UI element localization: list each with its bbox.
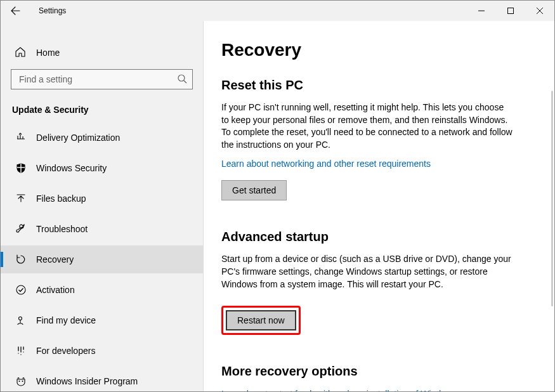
svg-point-3 bbox=[19, 317, 22, 320]
scrollbar[interactable] bbox=[551, 91, 553, 306]
home-label: Home bbox=[36, 48, 60, 58]
sidebar-item-label: For developers bbox=[36, 346, 95, 356]
minimize-icon bbox=[478, 8, 485, 14]
more-title: More recovery options bbox=[221, 364, 537, 379]
sidebar-item-find-my-device[interactable]: Find my device bbox=[1, 306, 203, 334]
home-button[interactable]: Home bbox=[1, 40, 203, 65]
search-input[interactable] bbox=[18, 74, 177, 85]
shield-icon bbox=[15, 162, 27, 174]
svg-point-4 bbox=[19, 381, 20, 382]
restart-now-button[interactable]: Restart now bbox=[226, 310, 296, 330]
app-body: Home Update & Security Delivery Optimiza… bbox=[1, 21, 554, 391]
reset-learn-link[interactable]: Learn about networking and other reset r… bbox=[221, 159, 431, 169]
sidebar-item-label: Windows Security bbox=[36, 163, 107, 173]
sidebar-item-files-backup[interactable]: Files backup bbox=[1, 185, 203, 212]
svg-point-5 bbox=[22, 381, 23, 382]
search-box[interactable] bbox=[11, 69, 193, 89]
highlight-annotation: Restart now bbox=[221, 306, 301, 335]
page-title: Recovery bbox=[221, 40, 537, 60]
reset-description: If your PC isn't running well, resetting… bbox=[221, 101, 513, 151]
svg-rect-0 bbox=[508, 8, 514, 14]
window-title: Settings bbox=[39, 6, 66, 15]
sidebar-item-label: Files backup bbox=[36, 193, 86, 204]
get-started-button[interactable]: Get started bbox=[221, 180, 287, 200]
search-icon bbox=[177, 74, 187, 86]
sidebar-item-label: Windows Insider Program bbox=[36, 376, 138, 386]
advanced-title: Advanced startup bbox=[221, 230, 537, 244]
sidebar-item-delivery-optimization[interactable]: Delivery Optimization bbox=[1, 124, 203, 152]
recovery-icon bbox=[15, 254, 27, 265]
svg-point-2 bbox=[16, 285, 25, 294]
backup-icon bbox=[15, 193, 27, 204]
sidebar-item-windows-security[interactable]: Windows Security bbox=[1, 154, 203, 182]
sidebar-item-label: Find my device bbox=[36, 315, 96, 325]
developers-icon bbox=[15, 345, 27, 356]
maximize-icon bbox=[507, 8, 514, 14]
minimize-button[interactable] bbox=[467, 1, 496, 21]
insider-icon bbox=[15, 376, 27, 387]
sidebar-item-activation[interactable]: Activation bbox=[1, 276, 203, 304]
find-device-icon bbox=[15, 315, 27, 326]
more-learn-link[interactable]: Learn how to start fresh with a clean in… bbox=[221, 389, 457, 391]
arrow-left-icon bbox=[10, 6, 20, 16]
close-button[interactable] bbox=[525, 1, 554, 21]
check-circle-icon bbox=[15, 284, 27, 296]
delivery-icon bbox=[15, 132, 27, 143]
sidebar-item-label: Troubleshoot bbox=[36, 224, 88, 234]
content-area: Recovery Reset this PC If your PC isn't … bbox=[204, 21, 554, 391]
close-icon bbox=[537, 8, 543, 14]
titlebar: Settings bbox=[1, 1, 554, 21]
back-button[interactable] bbox=[1, 1, 30, 21]
home-icon bbox=[15, 46, 27, 60]
svg-point-1 bbox=[178, 75, 185, 81]
window-controls bbox=[467, 1, 554, 21]
sidebar-item-label: Delivery Optimization bbox=[36, 133, 120, 143]
reset-title: Reset this PC bbox=[221, 78, 537, 93]
sidebar-item-troubleshoot[interactable]: Troubleshoot bbox=[1, 215, 203, 243]
sidebar-item-label: Recovery bbox=[36, 254, 74, 265]
category-label: Update & Security bbox=[1, 101, 203, 124]
sidebar-item-windows-insider[interactable]: Windows Insider Program bbox=[1, 367, 203, 391]
sidebar-item-label: Activation bbox=[36, 285, 75, 295]
wrench-icon bbox=[15, 223, 27, 235]
maximize-button[interactable] bbox=[496, 1, 525, 21]
advanced-description: Start up from a device or disc (such as … bbox=[221, 253, 513, 291]
sidebar: Home Update & Security Delivery Optimiza… bbox=[1, 21, 204, 391]
sidebar-item-for-developers[interactable]: For developers bbox=[1, 337, 203, 365]
sidebar-item-recovery[interactable]: Recovery bbox=[1, 245, 203, 273]
